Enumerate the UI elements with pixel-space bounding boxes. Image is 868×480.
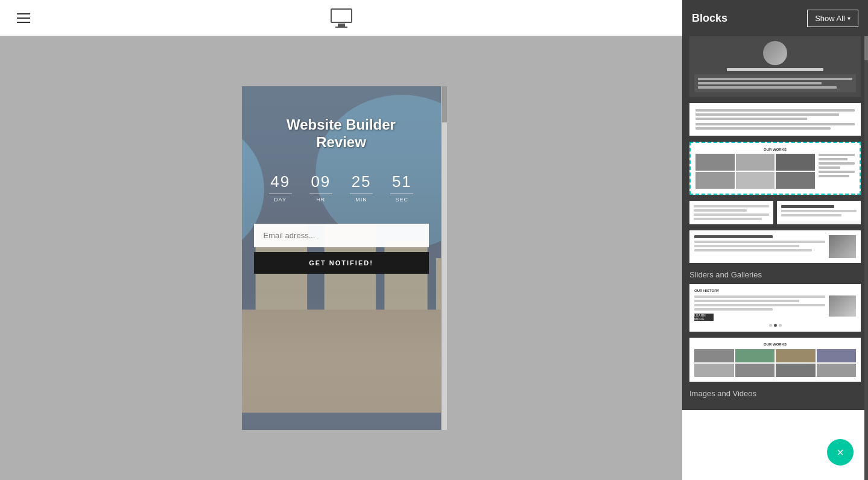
preview-scrollbar[interactable] [442,86,447,430]
hamburger-line-2 [17,17,30,19]
grid-item-6 [776,172,815,189]
dot-1 [769,324,772,327]
gallery-item-8 [817,364,857,377]
block-thumb-with-img[interactable] [689,230,861,263]
hr-label: HR [316,197,325,203]
countdown-min: 25 MIN [350,172,373,203]
block-thumb-gallery[interactable]: OUR WORKS [689,338,861,382]
monitor-screen [331,8,352,23]
day-value: 49 [270,172,290,191]
gallery-item-5 [694,364,734,377]
top-toolbar [0,0,682,36]
grid-item-3 [776,154,815,171]
min-divider [350,194,373,194]
canvas-area: Website BuilderReview 49 DAY 09 HR [0,36,682,480]
block-row-split [689,201,861,224]
block-thumb-dark-text[interactable] [777,201,861,224]
block-thumb-slider[interactable]: OUR HISTORY LEARN MORE [689,284,861,332]
learn-more-mini: LEARN MORE [694,314,714,321]
thumb-cols [695,154,855,189]
countdown-hr: 09 HR [309,172,332,203]
hamburger-line-3 [17,22,30,23]
hr-value: 09 [311,172,331,191]
preview-scrollbar-thumb [442,86,447,122]
thumb-portfolio: OUR WORKS [691,143,860,194]
preview-title: Website BuilderReview [287,116,396,151]
hamburger-button[interactable] [12,8,35,28]
right-panel: Blocks Show All ▾ [682,0,868,410]
panel-header: Blocks Show All ▾ [682,0,868,36]
panel-scrollbar[interactable] [864,36,868,480]
gallery-item-3 [776,349,816,362]
thumb-slider-content: LEARN MORE [694,295,856,321]
preview-hero: Website BuilderReview 49 DAY 09 HR [242,86,441,430]
block-thumb-portfolio[interactable]: OUR WORKS [689,142,861,195]
slider-title: OUR HISTORY [694,289,856,292]
countdown-day: 49 DAY [269,172,292,203]
email-input[interactable] [254,224,429,247]
gallery-item-2 [735,349,775,362]
block-thumb-bio[interactable] [689,36,861,97]
our-works-title: OUR WORKS [695,148,855,151]
dot-3 [779,324,782,327]
thumb-grid [695,154,815,189]
dot-2 [774,324,777,327]
grid-item-1 [695,154,735,171]
thumb-slider: OUR HISTORY LEARN MORE [689,284,861,332]
editor-area: Website BuilderReview 49 DAY 09 HR [0,0,682,480]
sep-3 [379,172,384,203]
page-preview: Website BuilderReview 49 DAY 09 HR [242,86,441,430]
sep-1 [298,172,303,203]
grid-item-5 [736,172,775,189]
thumb-text-block [689,103,861,136]
hamburger-line-1 [17,13,30,14]
thumb-gallery: OUR WORKS [689,338,861,382]
thumb-col-right [819,154,855,189]
gallery-item-6 [735,364,775,377]
grid-item-2 [736,154,775,171]
day-divider [269,194,292,194]
get-notified-button[interactable]: GET NOTIFIED! [254,252,429,274]
right-panel-wrapper: Blocks Show All ▾ [682,0,868,480]
monitor-base [335,27,347,28]
sep-2 [338,172,344,203]
thumb-col-left [695,154,815,189]
block-thumb-text[interactable] [689,103,861,136]
show-all-chevron: ▾ [847,15,851,22]
gallery-item-7 [776,364,816,377]
panel-content[interactable]: OUR WORKS [682,36,868,410]
block-thumb-text-sm[interactable] [689,201,773,224]
preview-wrapper: Website BuilderReview 49 DAY 09 HR [242,86,441,430]
min-value: 25 [352,172,372,191]
sec-divider [390,194,413,194]
section-label-sliders: Sliders and Galleries [689,270,861,279]
show-all-label: Show All [815,14,845,23]
thumb-slider-img [829,295,856,317]
panel-scrollbar-thumb [864,36,868,60]
section-label-images: Images and Videos [689,389,861,398]
sec-value: 51 [392,172,412,191]
day-label: DAY [274,197,287,203]
min-label: MIN [355,197,367,203]
hr-divider [309,194,332,194]
gallery-title: OUR WORKS [694,343,856,346]
gallery-grid [694,349,856,377]
gallery-item-1 [694,349,734,362]
countdown-sec: 51 SEC [390,172,413,203]
countdown: 49 DAY 09 HR 25 [269,172,414,203]
panel-title: Blocks [692,12,727,25]
show-all-button[interactable]: Show All ▾ [807,10,858,27]
email-section: GET NOTIFIED! [254,224,429,274]
gallery-item-4 [817,349,857,362]
grid-item-4 [695,172,735,189]
desktop-preview-icon[interactable] [331,8,352,28]
slider-dots [694,324,856,327]
sec-label: SEC [396,197,409,203]
